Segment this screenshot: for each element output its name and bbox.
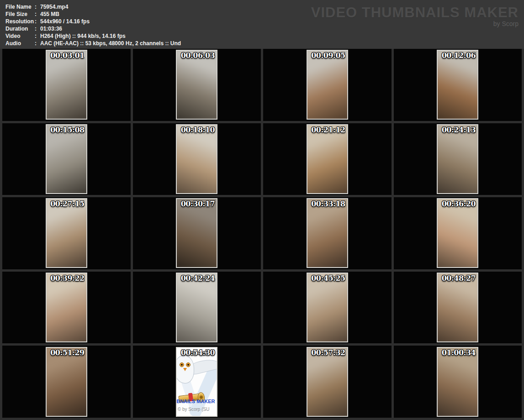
timestamp-overlay: 00:03:01 [50,51,85,60]
thumbnail-cell: 01:00:34 [394,346,522,418]
video-thumbnail-placeholder: 00:03:01 [46,50,87,120]
video-thumbnail-placeholder: 01:00:34 [437,347,478,417]
watermark-text-line1: HBNAILS MAKER [177,399,215,404]
thumbnail-cell: 00:06:03 [133,49,261,121]
thumbnail-cell: 00:45:25 [263,272,392,344]
blurred-frame-placeholder [437,273,478,342]
video-thumbnail-placeholder: 00:30:17 [176,198,217,268]
timestamp-overlay: 00:30:17 [181,200,215,208]
video-thumbnail-placeholder: 00:15:08 [46,124,87,194]
timestamp-overlay: 00:06:03 [181,51,215,60]
thumbnail-cell: HBNAILS MAKERt © by Scorp (SU00:54:30 [133,346,261,418]
timestamp-overlay: 00:36:20 [442,200,476,208]
video-thumbnail-placeholder: 00:48:27 [437,273,478,342]
video-thumbnail-placeholder: 00:45:25 [307,273,348,342]
meta-video: Video:H264 (High) :: 944 kb/s, 14.16 fps [5,32,524,40]
watermark-text-line2: t © by Scorp (SU [177,407,209,412]
video-thumbnail-placeholder: 00:09:05 [307,50,348,120]
thumbnail-cell: 00:15:08 [2,123,131,195]
video-thumbnail-placeholder: 00:18:10 [176,124,217,194]
thumbnail-cell: 00:09:05 [263,49,392,121]
blurred-frame-placeholder [176,124,217,194]
meta-audio: Audio:AAC (HE-AAC) :: 53 kbps, 48000 Hz,… [5,40,524,47]
thumbnail-cell: 00:36:20 [394,197,522,269]
timestamp-overlay: 00:42:24 [181,274,215,283]
app-logo-title: VIDEO THUMBNAILS MAKER [311,5,519,20]
timestamp-overlay: 00:12:06 [442,51,476,60]
thumbnail-cell: 00:57:32 [263,346,392,418]
file-info-header: File Name:75954.mp4 File Size:455 MB Res… [0,0,524,49]
timestamp-overlay: 00:48:27 [442,274,476,283]
timestamp-overlay: 00:09:05 [311,51,345,60]
timestamp-overlay: 00:39:22 [50,274,85,283]
thumbnail-cell: 00:24:13 [394,123,522,195]
video-thumbnail-placeholder: 00:39:22 [46,273,87,342]
blurred-frame-placeholder [307,50,348,120]
blurred-frame-placeholder [46,347,87,417]
blurred-frame-placeholder [437,198,478,268]
thumbnail-cell: 00:27:15 [2,197,131,269]
video-thumbnail-placeholder: 00:06:03 [176,50,217,120]
thumbnail-cell: 00:33:18 [263,197,392,269]
timestamp-overlay: 00:18:10 [181,126,215,134]
video-thumbnail-placeholder: 00:24:13 [437,124,478,194]
timestamp-overlay: 00:51:29 [50,348,85,357]
timestamp-overlay: 00:45:25 [311,274,345,283]
timestamp-overlay: 00:57:32 [311,348,345,357]
timestamp-overlay: 01:00:34 [442,348,476,357]
thumbnail-cell: 00:21:12 [263,123,392,195]
video-thumbnail-placeholder: 00:21:12 [307,124,348,194]
thumbnail-cell: 00:42:24 [133,272,261,344]
timestamp-overlay: 00:54:30 [181,348,215,357]
thumbnail-cell: 00:51:29 [2,346,131,418]
blurred-frame-placeholder [437,347,478,417]
blurred-frame-placeholder [176,50,217,120]
blurred-frame-placeholder [46,50,87,120]
timestamp-overlay: 00:33:18 [311,200,345,208]
blurred-frame-placeholder [176,198,217,268]
thumbnail-grid: 00:03:0100:06:0300:09:0500:12:0600:15:08… [0,49,524,420]
blurred-frame-placeholder [307,347,348,417]
vtm-watermark: HBNAILS MAKERt © by Scorp (SU [177,348,217,416]
blurred-frame-placeholder [307,124,348,194]
video-thumbnail-placeholder: 00:57:32 [307,347,348,417]
thumbnail-sheet: File Name:75954.mp4 File Size:455 MB Res… [0,0,524,420]
blurred-frame-placeholder [307,273,348,342]
watermark-thumbnail: HBNAILS MAKERt © by Scorp (SU00:54:30 [176,347,217,417]
thumbnail-cell: 00:12:06 [394,49,522,121]
blurred-frame-placeholder [307,198,348,268]
blurred-frame-placeholder [176,273,217,342]
timestamp-overlay: 00:27:15 [50,200,85,208]
blurred-frame-placeholder [437,124,478,194]
video-thumbnail-placeholder: 00:33:18 [307,198,348,268]
thumbnail-cell: 00:03:01 [2,49,131,121]
blurred-frame-placeholder [46,273,87,342]
video-thumbnail-placeholder: 00:12:06 [437,50,478,120]
timestamp-overlay: 00:24:13 [442,126,476,134]
blurred-frame-placeholder [46,124,87,194]
video-thumbnail-placeholder: 00:42:24 [176,273,217,342]
video-thumbnail-placeholder: 00:51:29 [46,347,87,417]
thumbnail-cell: 00:18:10 [133,123,261,195]
timestamp-overlay: 00:15:08 [50,126,85,134]
app-logo-subtitle: by Scorp [311,20,519,27]
timestamp-overlay: 00:21:12 [311,126,345,134]
thumbnail-cell: 00:30:17 [133,197,261,269]
blurred-frame-placeholder [46,198,87,268]
app-logo: VIDEO THUMBNAILS MAKER by Scorp [311,5,519,27]
blurred-frame-placeholder [437,50,478,120]
thumbnail-cell: 00:48:27 [394,272,522,344]
thumbnail-cell: 00:39:22 [2,272,131,344]
video-thumbnail-placeholder: 00:36:20 [437,198,478,268]
video-thumbnail-placeholder: 00:27:15 [46,198,87,268]
